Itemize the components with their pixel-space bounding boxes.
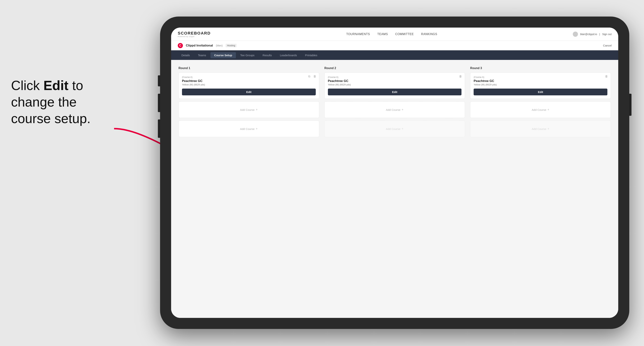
nav-links: TOURNAMENTS TEAMS COMMITTEE RANKINGS — [346, 32, 437, 36]
round-3-label: Round 3 — [470, 66, 611, 70]
round-1-card-icons: ⧉ 🗑 — [307, 74, 317, 78]
tab-course-setup[interactable]: Course Setup — [210, 52, 236, 58]
round-3-column: Round 3 🗑 (Course A) Peachtree GC Yellow… — [470, 66, 611, 140]
user-email: blair@clippd.io — [580, 33, 597, 36]
round-2-label: Round 2 — [324, 66, 465, 70]
tournament-info: C Clippd Invitational (Men) Hosting — [178, 43, 236, 48]
round-3-add-label-2: Add Course — [532, 127, 546, 131]
round-1-course-name: Peachtree GC — [182, 79, 316, 83]
round-3-card-icons: 🗑 — [604, 74, 608, 78]
nav-committee[interactable]: COMMITTEE — [395, 32, 414, 36]
round-1-copy-icon[interactable]: ⧉ — [307, 74, 311, 78]
round-1-add-course-1[interactable]: Add Course + — [178, 101, 319, 118]
cancel-button[interactable]: Cancel — [603, 44, 612, 47]
tablet-frame: SCOREBOARD Powered by clippd TOURNAMENTS… — [160, 16, 629, 329]
tab-details[interactable]: Details — [178, 52, 194, 58]
tab-results[interactable]: Results — [259, 52, 276, 58]
round-1-course-card: ⧉ 🗑 (Course A) Peachtree GC Yellow (M) (… — [178, 72, 319, 99]
scoreboard-logo: SCOREBOARD Powered by clippd — [178, 31, 211, 37]
round-2-plus-2: + — [402, 127, 404, 131]
sign-out-link[interactable]: Sign out — [602, 33, 612, 36]
round-3-course-details: Yellow (M) (6629 yds) — [474, 83, 608, 86]
nav-rankings[interactable]: RANKINGS — [421, 32, 437, 36]
content-area: Round 1 ⧉ 🗑 (Course A) Peachtree GC Yell… — [171, 60, 618, 318]
round-1-course-tag: (Course A) — [182, 76, 316, 78]
round-3-add-course-2: Add Course + — [470, 121, 611, 137]
round-3-edit-button[interactable]: Edit — [474, 89, 608, 95]
round-3-delete-icon[interactable]: 🗑 — [604, 74, 608, 78]
user-section: blair@clippd.io | Sign out — [573, 32, 612, 37]
tab-bar: Details Teams Course Setup Tee Groups Re… — [171, 50, 618, 60]
tab-printables[interactable]: Printables — [302, 52, 321, 58]
round-2-card-icons: 🗑 — [458, 74, 462, 78]
edit-bold: Edit — [44, 78, 68, 93]
round-2-course-tag: (Course A) — [328, 76, 462, 78]
round-2-course-name: Peachtree GC — [328, 79, 462, 83]
round-2-column: Round 2 🗑 (Course A) Peachtree GC Yellow… — [324, 66, 465, 140]
round-3-add-course-1[interactable]: Add Course + — [470, 101, 611, 118]
tab-leaderboards[interactable]: Leaderboards — [276, 52, 301, 58]
round-2-plus-1: + — [402, 108, 404, 112]
instruction-text: Click Edit tochange thecourse setup. — [11, 77, 90, 127]
round-1-course-details: Yellow (M) (6629 yds) — [182, 83, 316, 86]
round-3-course-tag: (Course A) — [474, 76, 608, 78]
round-1-delete-icon[interactable]: 🗑 — [313, 74, 317, 78]
tournament-name: Clippd Invitational — [186, 44, 213, 47]
round-2-add-label-2: Add Course — [386, 127, 400, 131]
rounds-grid: Round 1 ⧉ 🗑 (Course A) Peachtree GC Yell… — [178, 66, 611, 140]
round-3-add-label-1: Add Course — [532, 108, 546, 111]
round-3-course-name: Peachtree GC — [474, 79, 608, 83]
round-2-add-label-1: Add Course — [386, 108, 400, 111]
round-1-edit-button[interactable]: Edit — [182, 89, 316, 95]
round-2-add-course-2: Add Course + — [324, 121, 465, 137]
logo-subtitle: Powered by clippd — [178, 36, 211, 37]
sub-header: C Clippd Invitational (Men) Hosting Canc… — [171, 41, 618, 50]
round-1-add-label-1: Add Course — [240, 108, 254, 111]
clippd-logo: C — [178, 43, 183, 48]
nav-teams[interactable]: TEAMS — [377, 32, 388, 36]
round-1-plus-1: + — [256, 108, 258, 112]
round-2-delete-icon[interactable]: 🗑 — [458, 74, 462, 78]
tournament-gender: (Men) — [216, 44, 223, 47]
hosting-badge: Hosting — [226, 44, 236, 47]
round-1-plus-2: + — [256, 127, 258, 131]
round-2-course-details: Yellow (M) (6629 yds) — [328, 83, 462, 86]
tablet-screen: SCOREBOARD Powered by clippd TOURNAMENTS… — [171, 27, 618, 318]
round-1-column: Round 1 ⧉ 🗑 (Course A) Peachtree GC Yell… — [178, 66, 319, 140]
user-avatar — [573, 32, 578, 37]
round-3-course-card: 🗑 (Course A) Peachtree GC Yellow (M) (66… — [470, 72, 611, 99]
round-2-add-course-1[interactable]: Add Course + — [324, 101, 465, 118]
logo-title: SCOREBOARD — [178, 31, 211, 36]
separator: | — [599, 33, 600, 36]
round-1-add-course-2[interactable]: Add Course + — [178, 121, 319, 137]
top-nav: SCOREBOARD Powered by clippd TOURNAMENTS… — [171, 27, 618, 41]
round-3-plus-2: + — [548, 127, 550, 131]
nav-tournaments[interactable]: TOURNAMENTS — [346, 32, 370, 36]
tab-teams[interactable]: Teams — [194, 52, 210, 58]
round-3-plus-1: + — [548, 108, 550, 112]
round-1-label: Round 1 — [178, 66, 319, 70]
round-2-course-card: 🗑 (Course A) Peachtree GC Yellow (M) (66… — [324, 72, 465, 99]
round-1-add-label-2: Add Course — [240, 127, 254, 131]
tab-tee-groups[interactable]: Tee Groups — [236, 52, 258, 58]
round-2-edit-button[interactable]: Edit — [328, 89, 462, 95]
